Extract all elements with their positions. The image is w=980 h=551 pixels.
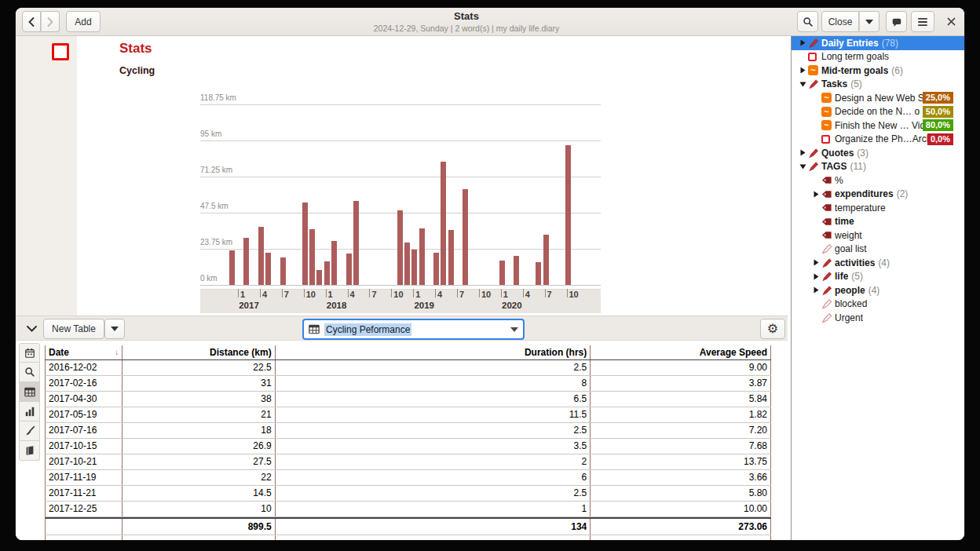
table-cell[interactable]: 2017-05-19: [46, 407, 122, 422]
tree-item-tags[interactable]: TAGS(11): [792, 160, 964, 174]
calendar-panel-button[interactable]: [19, 343, 40, 363]
close-dropdown-button[interactable]: [859, 11, 879, 32]
table-cell[interactable]: 2017-02-16: [46, 376, 122, 391]
table-cell[interactable]: 2017-11-21: [46, 486, 122, 501]
window-close-button[interactable]: [942, 11, 960, 32]
forward-button[interactable]: [41, 11, 60, 32]
table-cell[interactable]: 13.75: [591, 454, 771, 469]
table-cell[interactable]: 11.5: [276, 407, 591, 422]
table-cell[interactable]: 5.84: [591, 392, 771, 407]
table-cell[interactable]: 7.20: [591, 423, 771, 438]
table-cell[interactable]: 18: [122, 423, 276, 438]
table-cell[interactable]: 10: [122, 502, 276, 516]
table-cell[interactable]: 3.66: [591, 470, 771, 485]
menu-button[interactable]: [911, 11, 934, 32]
table-cell[interactable]: 2017-04-30: [46, 392, 122, 407]
table-cell[interactable]: 1: [276, 502, 591, 516]
expander-right-icon[interactable]: [810, 259, 821, 266]
back-button[interactable]: [22, 11, 41, 32]
table-cell[interactable]: 2017-07-16: [46, 423, 122, 438]
tree-item-goal-list[interactable]: goal list: [792, 243, 964, 257]
table-cell[interactable]: 22.5: [122, 360, 276, 375]
table-cell[interactable]: 6.5: [276, 392, 591, 407]
bar-chart-panel-button[interactable]: [19, 402, 40, 421]
tree-item-expenditures[interactable]: expenditures(2): [792, 188, 964, 202]
journal-panel-button[interactable]: [19, 441, 40, 461]
table-cell[interactable]: 26.9: [122, 439, 276, 454]
table-cell[interactable]: 21: [122, 407, 276, 422]
expander-right-icon[interactable]: [797, 39, 808, 46]
tree-item-design-a-new-web-site[interactable]: ~Design a New Web Site25,0%: [792, 91, 964, 105]
table-cell[interactable]: 38: [122, 392, 276, 407]
expander-right-icon[interactable]: [810, 191, 821, 198]
search-panel-button[interactable]: [19, 363, 40, 382]
tree-item-urgent[interactable]: Urgent: [792, 311, 964, 325]
table-cell[interactable]: 31: [122, 376, 276, 391]
tree-item-organize-the-ph-archive[interactable]: Organize the Ph…Archive0,0%: [792, 133, 964, 147]
tree-item-tasks[interactable]: Tasks(5): [792, 78, 964, 92]
expander-right-icon[interactable]: [797, 149, 808, 156]
collapse-panel-button[interactable]: [22, 319, 41, 339]
table-cell[interactable]: 2017-10-15: [46, 439, 122, 454]
table-cell[interactable]: 2017-10-21: [46, 454, 122, 469]
expander-down-icon[interactable]: [797, 164, 808, 170]
table-selector-combo[interactable]: Cycling Peformance: [302, 319, 525, 340]
close-entry-button[interactable]: Close: [821, 11, 859, 32]
tree-item-mid-term-goals[interactable]: ~Mid-term goals(6): [792, 64, 964, 78]
table-cell[interactable]: 9.00: [591, 360, 771, 375]
table-cell[interactable]: 27.5: [122, 454, 276, 469]
tree-item-long-term-goals[interactable]: Long term goals: [792, 50, 964, 64]
column-header-distance-km[interactable]: Distance (km): [122, 345, 276, 359]
expander-right-icon[interactable]: [797, 67, 808, 74]
new-table-dropdown-button[interactable]: [104, 319, 125, 339]
empty-cell: [591, 535, 771, 540]
table-cell[interactable]: 2: [276, 454, 591, 469]
table-cell[interactable]: 3.5: [276, 439, 591, 454]
column-header-date[interactable]: Date↓: [46, 345, 122, 359]
table-cell[interactable]: 14.5: [122, 486, 276, 501]
table-cell[interactable]: 10.00: [591, 502, 771, 516]
table-row: 2017-02-163183.87: [45, 376, 771, 392]
table-cell[interactable]: 22: [122, 470, 276, 485]
table-cell[interactable]: 2.5: [276, 486, 591, 501]
totals-cell: [46, 519, 122, 535]
tree-item-[interactable]: %: [792, 173, 964, 188]
table-cell[interactable]: 8: [276, 376, 591, 391]
table-cell[interactable]: 2.5: [276, 360, 591, 375]
tree-item-quotes[interactable]: Quotes(3): [792, 146, 964, 160]
tree-item-temperature[interactable]: temperature: [792, 201, 964, 215]
add-button[interactable]: Add: [66, 11, 101, 32]
x-axis-tick-label: 7: [547, 290, 552, 299]
expander-right-icon[interactable]: [810, 273, 821, 280]
tree-item-life[interactable]: life(5): [792, 270, 964, 284]
table-cell[interactable]: 2.5: [276, 423, 591, 438]
tree-item-finish-the-new-video[interactable]: ~Finish the New … Video80,0%: [792, 119, 964, 133]
column-header-average-speed[interactable]: Average Speed: [591, 345, 771, 359]
tree-item-weight[interactable]: weight: [792, 228, 964, 243]
column-header-duration-hrs[interactable]: Duration (hrs): [276, 345, 591, 359]
table-cell[interactable]: 5.80: [591, 486, 771, 501]
table-cell[interactable]: 7.68: [591, 439, 771, 454]
x-axis-tick-label: 4: [262, 290, 267, 299]
expander-down-icon[interactable]: [797, 82, 808, 87]
chart-bar: [499, 261, 505, 285]
comments-button[interactable]: [886, 11, 907, 32]
table-cell[interactable]: 2017-12-25: [46, 502, 122, 516]
table-cell[interactable]: 3.87: [591, 376, 771, 391]
table-settings-button[interactable]: ⚙: [760, 319, 785, 339]
tree-item-blocked[interactable]: blocked: [792, 297, 964, 312]
table-cell[interactable]: 1.82: [591, 407, 771, 422]
table-cell[interactable]: 2016-12-02: [46, 360, 122, 375]
search-button[interactable]: [797, 11, 818, 32]
new-table-button[interactable]: New Table: [43, 319, 104, 339]
table-panel-button[interactable]: [19, 382, 40, 402]
table-cell[interactable]: 2017-11-19: [46, 470, 122, 485]
tree-item-time[interactable]: time: [792, 215, 964, 229]
expander-right-icon[interactable]: [810, 286, 821, 294]
tree-item-decide-on-the-n-o-buy[interactable]: ~Decide on the N… o Buy50,0%: [792, 105, 964, 119]
tree-item-people[interactable]: people(4): [792, 283, 964, 297]
tree-item-activities[interactable]: activities(4): [792, 256, 964, 270]
table-cell[interactable]: 6: [276, 470, 591, 485]
paint-panel-button[interactable]: [19, 421, 40, 441]
tree-item-daily-entries[interactable]: Daily Entries(78): [792, 36, 964, 50]
